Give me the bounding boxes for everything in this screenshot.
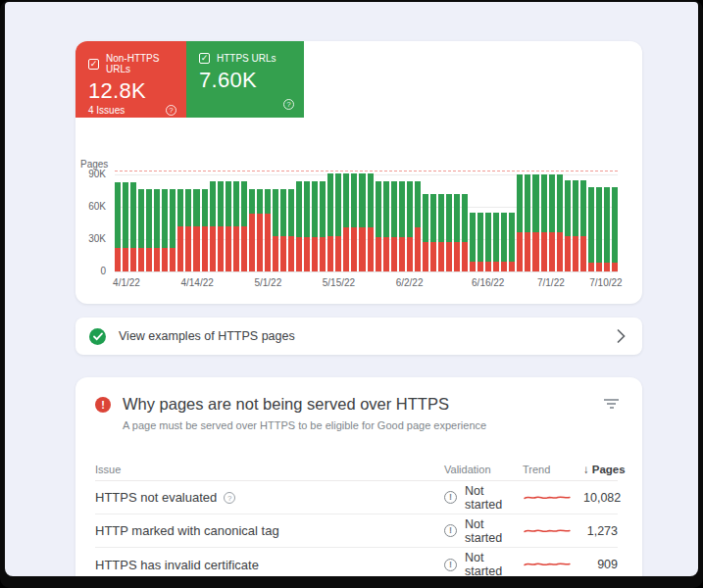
stacked-bar — [162, 174, 168, 271]
stacked-bar — [193, 174, 199, 271]
issue-name: HTTPS not evaluated? — [95, 490, 444, 505]
https-segment — [446, 194, 452, 243]
help-icon[interactable]: ? — [224, 492, 235, 504]
non-https-segment — [376, 237, 381, 271]
error-icon: ! — [95, 397, 111, 413]
stacked-bar — [596, 174, 602, 271]
non-https-segment — [193, 226, 199, 271]
non-https-segment — [407, 237, 413, 271]
https-segment — [612, 187, 618, 263]
x-axis-labels: 4/1/224/14/225/1/225/15/226/2/226/16/227… — [115, 277, 618, 293]
https-segment — [130, 182, 136, 248]
https-segment — [376, 181, 381, 237]
non-https-card-label: Non-HTTPS URLs — [106, 53, 176, 74]
stacked-bar-chart — [115, 174, 618, 271]
https-segment — [588, 187, 594, 263]
https-segment — [177, 189, 183, 225]
https-segment — [517, 174, 523, 232]
non-https-segment — [130, 248, 136, 271]
stacked-bar — [233, 174, 239, 271]
non-https-segment — [596, 263, 602, 271]
https-urls-card[interactable]: ✓ HTTPS URLs 7.60K ? — [186, 41, 304, 118]
x-axis-tick: 4/1/22 — [113, 277, 140, 288]
checkbox-checked-icon[interactable]: ✓ — [199, 53, 210, 64]
stacked-bar — [485, 174, 491, 271]
https-segment — [257, 189, 263, 213]
https-segment — [604, 187, 610, 263]
checkbox-checked-icon[interactable]: ✓ — [88, 59, 99, 70]
https-segment — [241, 181, 247, 226]
stacked-bar — [549, 174, 555, 271]
non-https-segment — [296, 237, 302, 271]
stacked-bar — [351, 174, 357, 271]
https-segment — [327, 173, 333, 236]
non-https-segment — [501, 262, 507, 271]
non-https-segment — [343, 227, 349, 271]
stacked-bar — [123, 174, 128, 271]
stacked-bar — [146, 174, 152, 271]
non-https-segment — [485, 262, 491, 271]
https-segment — [596, 187, 602, 263]
https-segment — [430, 194, 436, 243]
https-segment — [351, 173, 357, 227]
non-https-segment — [430, 242, 436, 271]
stacked-bar — [438, 174, 444, 271]
x-axis-tick: 5/1/22 — [254, 277, 281, 288]
non-https-segment — [477, 262, 483, 271]
validation-status: !Not started — [444, 551, 523, 576]
column-header-pages-sort[interactable]: ↓Pages — [583, 464, 626, 475]
non-https-segment — [177, 226, 183, 271]
issue-row[interactable]: HTTPS has invalid certificate!Not starte… — [95, 548, 618, 576]
column-header-issue: Issue — [95, 464, 444, 475]
https-segment — [280, 189, 286, 235]
stacked-bar — [368, 174, 374, 271]
https-segment — [123, 182, 128, 248]
stacked-bar — [304, 174, 310, 271]
stacked-bar — [430, 174, 436, 271]
screenshot-frame: ✓ Non-HTTPS URLs 12.8K 4 Issues ? ✓ HTTP… — [0, 0, 703, 588]
help-icon[interactable]: ? — [166, 105, 176, 116]
https-segment — [557, 174, 563, 232]
https-report-page: ✓ Non-HTTPS URLs 12.8K 4 Issues ? ✓ HTTP… — [5, 2, 698, 576]
https-segment — [407, 181, 413, 237]
stacked-bar — [312, 174, 318, 271]
https-segment — [218, 181, 224, 226]
stacked-bar — [359, 174, 365, 271]
https-segment — [573, 180, 578, 236]
non-https-segment — [320, 237, 326, 271]
stacked-bar — [296, 174, 302, 271]
issue-row[interactable]: HTTP marked with canonical tag!Not start… — [95, 514, 618, 548]
https-segment — [462, 194, 468, 243]
x-axis-tick: 6/2/22 — [396, 277, 424, 288]
https-segment — [423, 194, 428, 243]
non-https-segment — [335, 236, 341, 271]
non-https-segment — [573, 236, 578, 271]
non-https-segment — [351, 227, 357, 271]
column-header-trend: Trend — [523, 464, 583, 475]
stacked-bar — [327, 174, 333, 271]
non-https-segment — [525, 232, 530, 271]
non-https-segment — [327, 236, 333, 271]
non-https-segment — [557, 232, 563, 271]
https-segment — [415, 181, 421, 227]
stacked-bar — [399, 174, 405, 271]
https-segment — [525, 174, 530, 232]
stacked-bar — [565, 174, 571, 271]
https-segment — [335, 173, 341, 236]
non-https-urls-card[interactable]: ✓ Non-HTTPS URLs 12.8K 4 Issues ? — [75, 41, 186, 118]
view-examples-row[interactable]: View examples of HTTPS pages — [75, 318, 642, 355]
non-https-segment — [446, 242, 452, 271]
filter-list-icon[interactable] — [604, 399, 619, 431]
issue-row[interactable]: HTTPS not evaluated?!Not started10,082 — [95, 481, 618, 514]
https-segment — [565, 180, 571, 236]
stacked-bar — [604, 174, 610, 271]
https-segment — [477, 213, 483, 263]
y-axis-tick: 30K — [75, 233, 106, 244]
x-axis-tick: 7/10/22 — [589, 277, 622, 288]
https-segment — [210, 181, 216, 226]
non-https-segment — [273, 236, 278, 271]
non-https-segment — [257, 214, 263, 271]
help-icon[interactable]: ? — [283, 99, 294, 110]
trend-sparkline — [523, 522, 583, 540]
stacked-bar — [115, 174, 121, 271]
